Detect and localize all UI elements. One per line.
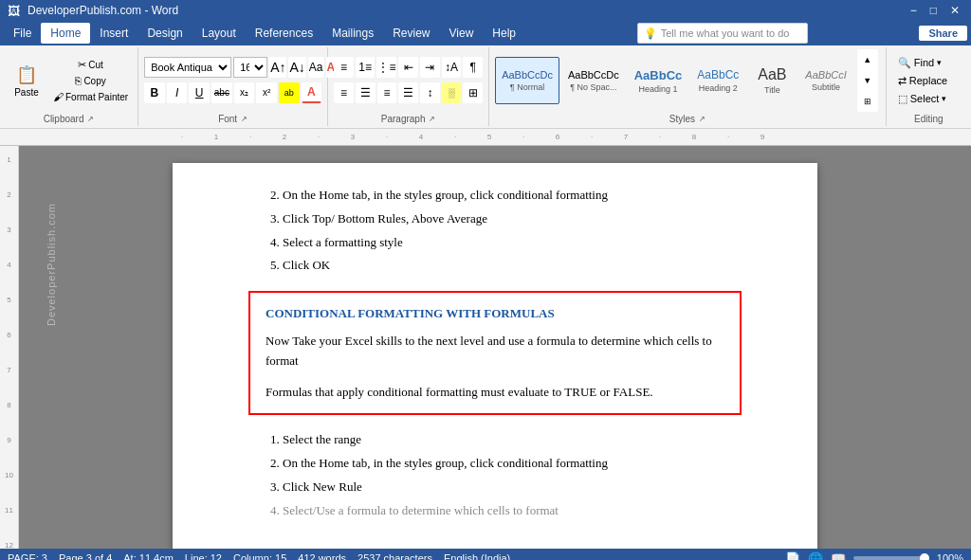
italic-button[interactable]: I: [167, 82, 188, 103]
strikethrough-button[interactable]: abc: [211, 82, 232, 103]
style-title[interactable]: AaB Title: [747, 57, 797, 104]
styles-scroll-down[interactable]: ▼: [857, 70, 878, 91]
font-group: Book Antiqua 16 A↑ A↓ Aa A B I U abc x₂: [138, 47, 328, 126]
text-highlight-button[interactable]: ab: [279, 82, 300, 103]
justify-button[interactable]: ☰: [398, 82, 418, 103]
menu-references[interactable]: References: [246, 23, 322, 44]
style-heading2[interactable]: AaBbCc Heading 2: [690, 57, 745, 104]
menu-layout[interactable]: Layout: [192, 23, 246, 44]
ribbon: 📋 Paste ✂Cut ⎘Copy 🖌Format Painter Cl: [0, 45, 971, 129]
view-read-icon[interactable]: 📖: [831, 551, 846, 561]
zoom-slider[interactable]: [853, 556, 929, 560]
font-shrink-button[interactable]: A↓: [288, 57, 305, 78]
page-indicator: PAGE: 3: [8, 552, 47, 560]
align-center-button[interactable]: ☰: [356, 82, 376, 103]
line-spacing-button[interactable]: ↕: [420, 82, 440, 103]
select-button[interactable]: ⬚Select▾: [892, 91, 965, 107]
share-button[interactable]: Share: [919, 26, 967, 41]
menu-file[interactable]: File: [4, 23, 41, 44]
ruler-mark: ·: [165, 133, 199, 141]
menu-mailings[interactable]: Mailings: [322, 23, 383, 44]
style-subtitle[interactable]: AaBbCcI Subtitle: [798, 57, 852, 104]
document-page[interactable]: On the Home tab, in the styles group, cl…: [173, 163, 817, 549]
shading-button[interactable]: ░: [442, 82, 462, 103]
left-ruler-mark: 3: [7, 226, 10, 234]
decrease-indent-button[interactable]: ⇤: [398, 57, 418, 78]
list-item: Click Top/ Bottom Rules, Above Average: [283, 209, 742, 229]
maximize-btn[interactable]: □: [926, 4, 941, 17]
multilevel-list-button[interactable]: ⋮≡: [376, 57, 396, 78]
ruler-mark: ·: [575, 133, 609, 141]
style-normal[interactable]: AaBbCcDc ¶ Normal: [495, 57, 559, 104]
ruler-mark: 1: [199, 133, 233, 141]
menu-help[interactable]: Help: [483, 23, 525, 44]
menu-review[interactable]: Review: [383, 23, 439, 44]
clipboard-label: Clipboard: [44, 114, 84, 124]
menu-design[interactable]: Design: [137, 23, 192, 44]
style-no-spacing[interactable]: AaBbCcDc ¶ No Spac...: [561, 57, 626, 104]
styles-expand-icon[interactable]: ↗: [699, 115, 705, 123]
left-ruler-mark: 4: [7, 261, 10, 269]
menu-home[interactable]: Home: [41, 23, 90, 44]
highlight-body2: Formulas that apply conditional formatti…: [266, 383, 724, 403]
align-left-button[interactable]: ≡: [334, 82, 354, 103]
styles-group: AaBbCcDc ¶ Normal AaBbCcDc ¶ No Spac... …: [489, 47, 887, 126]
style-heading1[interactable]: AaBbCc Heading 1: [628, 57, 689, 104]
minimize-btn[interactable]: −: [907, 4, 921, 17]
font-expand-icon[interactable]: ↗: [241, 115, 247, 123]
clipboard-expand-icon[interactable]: ↗: [87, 115, 94, 123]
bullets-button[interactable]: ≡: [334, 57, 354, 78]
show-formatting-button[interactable]: ¶: [463, 57, 483, 78]
ruler-mark: 7: [609, 133, 643, 141]
styles-scroll-up[interactable]: ▲: [857, 49, 878, 70]
superscript-button[interactable]: x²: [256, 82, 277, 103]
clear-format-button[interactable]: Aa: [308, 57, 324, 78]
list-item: On the Home tab, in the styles group, cl…: [283, 454, 742, 474]
paragraph-expand-icon[interactable]: ↗: [429, 115, 435, 123]
ruler-mark: ·: [711, 133, 745, 141]
highlight-body1: Now Take your Excel skills to the next l…: [266, 332, 724, 371]
menu-insert[interactable]: Insert: [90, 23, 137, 44]
left-ruler-mark: 8: [7, 401, 10, 409]
underline-button[interactable]: U: [189, 82, 210, 103]
font-family-select[interactable]: Book Antiqua: [144, 57, 231, 78]
paste-button[interactable]: 📋 Paste: [6, 58, 47, 103]
bold-button[interactable]: B: [144, 82, 165, 103]
font-size-select[interactable]: 16: [233, 57, 267, 78]
list-item: Select the range: [283, 430, 742, 450]
close-btn[interactable]: ✕: [946, 4, 963, 17]
copy-button[interactable]: ⎘Copy: [49, 73, 132, 88]
cut-button[interactable]: ✂Cut: [49, 57, 132, 72]
left-ruler-mark: 6: [7, 331, 10, 339]
list-before: On the Home tab, in the styles group, cl…: [248, 186, 742, 276]
increase-indent-button[interactable]: ⇥: [420, 57, 440, 78]
left-ruler-mark: 10: [5, 471, 13, 479]
ruler-mark: ·: [370, 133, 404, 141]
font-color-button[interactable]: A: [302, 82, 322, 103]
ruler-mark: ·: [438, 133, 472, 141]
column-indicator: Column: 15: [233, 552, 286, 560]
tell-me-bar[interactable]: 💡 Tell me what you want to do: [637, 23, 808, 44]
menu-view[interactable]: View: [440, 23, 484, 44]
left-ruler-mark: 9: [7, 436, 10, 444]
numbering-button[interactable]: 1≡: [356, 57, 376, 78]
view-web-icon[interactable]: 🌐: [808, 551, 823, 561]
subscript-button[interactable]: x₂: [234, 82, 255, 103]
format-painter-button[interactable]: 🖌Format Painter: [49, 89, 132, 104]
page-scroll-area[interactable]: DeveloperPublish.com On the Home tab, in…: [19, 146, 971, 549]
border-button[interactable]: ⊞: [463, 82, 483, 103]
align-right-button[interactable]: ≡: [377, 82, 397, 103]
window-controls: − □ ✕: [907, 4, 963, 17]
font-grow-button[interactable]: A↑: [269, 57, 286, 78]
line-indicator: Line: 12: [185, 552, 222, 560]
replace-button[interactable]: ⇄Replace: [892, 73, 965, 89]
view-print-icon[interactable]: 📄: [785, 551, 800, 561]
find-button[interactable]: 🔍Find▾: [892, 55, 965, 71]
left-ruler-mark: 11: [5, 506, 13, 515]
doc-title: DeveloperPublish.com - Word: [27, 4, 178, 17]
list-after: Select the range On the Home tab, in the…: [248, 430, 742, 520]
left-ruler: 1 2 3 4 5 6 7 8 9 10 11 12 13: [0, 146, 19, 549]
styles-expand[interactable]: ⊞: [857, 91, 878, 112]
sort-button[interactable]: ↕A: [442, 57, 462, 78]
list-item: On the Home tab, in the styles group, cl…: [283, 186, 742, 206]
